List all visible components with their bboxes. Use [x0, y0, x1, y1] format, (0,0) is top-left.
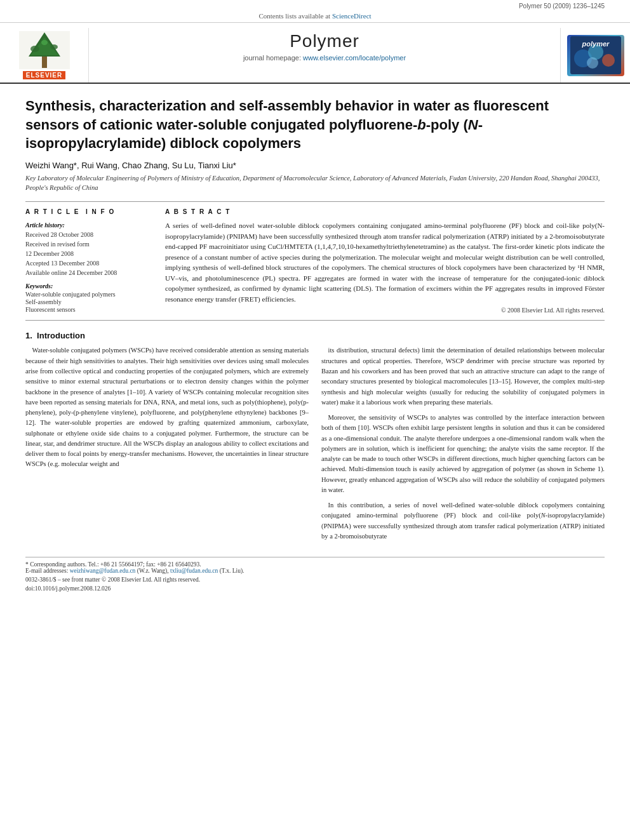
keywords-list: Water-soluble conjugated polymers Self-a…: [25, 291, 152, 313]
copyright-line: © 2008 Elsevier Ltd. All rights reserved…: [165, 307, 605, 314]
elsevier-label: ELSEVIER: [23, 71, 65, 79]
top-bar: Contents lists available at ScienceDirec…: [0, 10, 630, 23]
svg-point-4: [30, 46, 39, 52]
intro-para-1: Water-soluble conjugated polymers (WSCPs…: [25, 345, 309, 469]
svg-point-5: [50, 44, 58, 50]
intro-para-4: In this contribution, a series of novel …: [321, 500, 605, 542]
journal-header: ELSEVIER Polymer journal homepage: www.e…: [0, 23, 630, 84]
email1-link[interactable]: weizhiwang@fudan.edu.cn: [70, 568, 136, 574]
intro-section: 1. Introduction Water-soluble conjugated…: [25, 331, 605, 547]
journal-issue: Polymer 50 (2009) 1236–1245: [0, 0, 630, 10]
page: Polymer 50 (2009) 1236–1245 Contents lis…: [0, 0, 630, 840]
keyword-item: Self-assembly: [25, 298, 152, 305]
issn-line: 0032-3861/$ – see front matter © 2008 El…: [25, 577, 605, 583]
corresponding-footnote: * Corresponding authors. Tel.: +86 21 55…: [25, 561, 605, 568]
polymer-badge-area: polymer: [560, 28, 630, 83]
article-info-heading: A R T I C L E I N F O: [25, 208, 152, 215]
section-heading: 1. Introduction: [25, 331, 605, 340]
footnote-area: * Corresponding authors. Tel.: +86 21 55…: [25, 557, 605, 592]
abstract-column: A B S T R A C T A series of well-defined…: [165, 208, 605, 314]
email2-link[interactable]: txliu@fudan.edu.cn: [170, 568, 218, 574]
keyword-item: Fluorescent sensors: [25, 306, 152, 313]
keywords-label: Keywords:: [25, 283, 152, 290]
affiliation: Key Laboratory of Molecular Engineering …: [25, 174, 605, 192]
sciencedirect-link[interactable]: ScienceDirect: [332, 12, 372, 20]
email-footnote: E-mail addresses: weizhiwang@fudan.edu.c…: [25, 568, 605, 574]
svg-point-10: [602, 54, 615, 67]
svg-text:polymer: polymer: [581, 40, 610, 48]
doi-line: doi:10.1016/j.polymer.2008.12.026: [25, 585, 605, 592]
elsevier-tree-icon: [19, 31, 70, 69]
article-history-block: Article history: Received 28 October 200…: [25, 220, 152, 277]
abstract-text: A series of well-defined novel water-sol…: [165, 220, 605, 304]
body-col-left: Water-soluble conjugated polymers (WSCPs…: [25, 345, 309, 547]
svg-rect-1: [42, 57, 47, 68]
svg-point-11: [587, 57, 598, 69]
intro-para-3: Moreover, the sensitivity of WSCPs to an…: [321, 413, 605, 495]
journal-center-header: Polymer journal homepage: www.elsevier.c…: [89, 28, 560, 83]
body-two-columns: Water-soluble conjugated polymers (WSCPs…: [25, 345, 605, 547]
body-col-right: its distribution, structural defects) li…: [321, 345, 605, 547]
svg-point-6: [41, 40, 48, 45]
divider-2: [25, 320, 605, 321]
article-info-column: A R T I C L E I N F O Article history: R…: [25, 208, 152, 314]
article-title: Synthesis, characterization and self-ass…: [25, 97, 605, 153]
article-info-abstract-section: A R T I C L E I N F O Article history: R…: [25, 208, 605, 314]
polymer-badge: polymer: [567, 35, 624, 76]
abstract-heading: A B S T R A C T: [165, 208, 605, 215]
journal-title: Polymer: [102, 31, 547, 51]
homepage-link[interactable]: www.elsevier.com/locate/polymer: [303, 54, 406, 62]
divider-1: [25, 201, 605, 202]
elsevier-logo-area: ELSEVIER: [0, 28, 89, 83]
polymer-badge-graphic: polymer: [570, 36, 621, 74]
authors: Weizhi Wang*, Rui Wang, Chao Zhang, Su L…: [25, 161, 605, 170]
journal-homepage: journal homepage: www.elsevier.com/locat…: [102, 54, 547, 62]
intro-para-2: its distribution, structural defects) li…: [321, 345, 605, 408]
keyword-item: Water-soluble conjugated polymers: [25, 291, 152, 298]
article-content: Synthesis, characterization and self-ass…: [0, 84, 630, 604]
